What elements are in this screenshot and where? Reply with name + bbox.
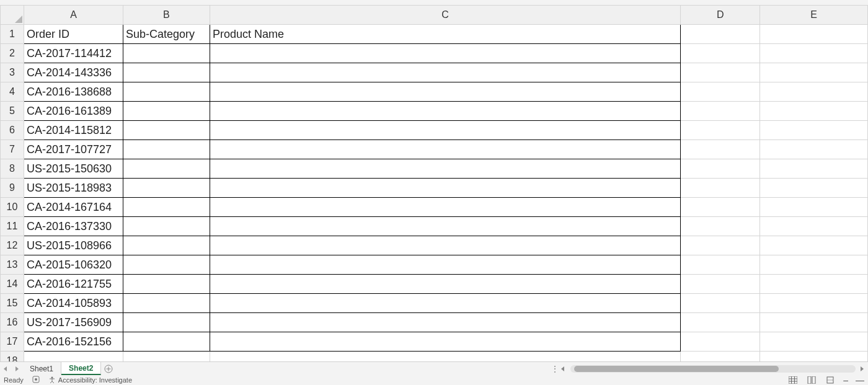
cell-E9[interactable] bbox=[760, 179, 868, 198]
cell-A6[interactable]: CA-2014-115812 bbox=[24, 121, 123, 140]
column-header-A[interactable]: A bbox=[24, 6, 123, 25]
tab-nav-prev[interactable] bbox=[0, 362, 11, 375]
cell-A17[interactable]: CA-2016-152156 bbox=[24, 332, 123, 352]
cell-B16[interactable] bbox=[123, 313, 210, 332]
tab-nav-next[interactable] bbox=[11, 362, 22, 375]
cell-A1[interactable]: Order ID bbox=[24, 25, 123, 44]
cell-A9[interactable]: US-2015-118983 bbox=[24, 179, 123, 198]
zoom-slider[interactable]: — bbox=[856, 376, 864, 384]
cell-C17[interactable] bbox=[210, 332, 680, 352]
cell-C5[interactable] bbox=[210, 102, 680, 121]
cell-C16[interactable] bbox=[210, 313, 680, 332]
row-header-3[interactable]: 3 bbox=[1, 63, 24, 82]
cell-B4[interactable] bbox=[123, 82, 210, 102]
cell-B3[interactable] bbox=[123, 63, 210, 82]
row-header-13[interactable]: 13 bbox=[1, 255, 24, 275]
cell-E8[interactable] bbox=[760, 159, 868, 179]
row-header-1[interactable]: 1 bbox=[1, 25, 24, 44]
sheet-tab-sheet2[interactable]: Sheet2 bbox=[61, 362, 101, 375]
cell-D17[interactable] bbox=[681, 332, 760, 352]
accessibility-icon[interactable] bbox=[48, 376, 56, 384]
cell-C3[interactable] bbox=[210, 63, 680, 82]
cell-A7[interactable]: CA-2017-107727 bbox=[24, 140, 123, 159]
cell-E3[interactable] bbox=[760, 63, 868, 82]
row-header-14[interactable]: 14 bbox=[1, 275, 24, 294]
cell-B1[interactable]: Sub-Category bbox=[123, 25, 210, 44]
tab-strip-drag-handle-icon[interactable]: ⋮ bbox=[551, 364, 558, 374]
zoom-out-button[interactable]: – bbox=[843, 376, 848, 384]
add-sheet-button[interactable] bbox=[101, 362, 116, 375]
cell-D4[interactable] bbox=[681, 82, 760, 102]
cell-C9[interactable] bbox=[210, 179, 680, 198]
cell-B17[interactable] bbox=[123, 332, 210, 352]
cell-C1[interactable]: Product Name bbox=[210, 25, 680, 44]
horizontal-scrollbar-thumb[interactable] bbox=[574, 366, 779, 372]
cell-E12[interactable] bbox=[760, 236, 868, 255]
row-header-11[interactable]: 11 bbox=[1, 217, 24, 236]
cell-C8[interactable] bbox=[210, 159, 680, 179]
cell-A16[interactable]: US-2017-156909 bbox=[24, 313, 123, 332]
column-header-D[interactable]: D bbox=[681, 6, 760, 25]
cell-B8[interactable] bbox=[123, 159, 210, 179]
cell-A2[interactable]: CA-2017-114412 bbox=[24, 44, 123, 63]
row-header-5[interactable]: 5 bbox=[1, 102, 24, 121]
cell-E15[interactable] bbox=[760, 294, 868, 313]
cell-A4[interactable]: CA-2016-138688 bbox=[24, 82, 123, 102]
cell-A15[interactable]: CA-2014-105893 bbox=[24, 294, 123, 313]
cell-D8[interactable] bbox=[681, 159, 760, 179]
cell-C13[interactable] bbox=[210, 255, 680, 275]
cell-E16[interactable] bbox=[760, 313, 868, 332]
horizontal-scrollbar[interactable] bbox=[570, 365, 856, 373]
cell-D16[interactable] bbox=[681, 313, 760, 332]
cell-A13[interactable]: CA-2015-106320 bbox=[24, 255, 123, 275]
cell-D1[interactable] bbox=[681, 25, 760, 44]
select-all-corner[interactable] bbox=[1, 6, 24, 25]
row-header-8[interactable]: 8 bbox=[1, 159, 24, 179]
column-header-B[interactable]: B bbox=[123, 6, 210, 25]
cell-D3[interactable] bbox=[681, 63, 760, 82]
row-header-6[interactable]: 6 bbox=[1, 121, 24, 140]
cell-B7[interactable] bbox=[123, 140, 210, 159]
cell-C15[interactable] bbox=[210, 294, 680, 313]
status-accessibility[interactable]: Accessibility: Investigate bbox=[58, 376, 132, 384]
cell-D12[interactable] bbox=[681, 236, 760, 255]
row-header-15[interactable]: 15 bbox=[1, 294, 24, 313]
cell-E2[interactable] bbox=[760, 44, 868, 63]
scroll-right-icon[interactable] bbox=[859, 366, 864, 371]
macro-record-icon[interactable] bbox=[32, 376, 40, 384]
cell-B2[interactable] bbox=[123, 44, 210, 63]
cell-E4[interactable] bbox=[760, 82, 868, 102]
row-header-12[interactable]: 12 bbox=[1, 236, 24, 255]
cell-B9[interactable] bbox=[123, 179, 210, 198]
row-header-9[interactable]: 9 bbox=[1, 179, 24, 198]
cell-C11[interactable] bbox=[210, 217, 680, 236]
cell-E17[interactable] bbox=[760, 332, 868, 352]
row-header-2[interactable]: 2 bbox=[1, 44, 24, 63]
cell-E6[interactable] bbox=[760, 121, 868, 140]
cell-B13[interactable] bbox=[123, 255, 210, 275]
cell-D10[interactable] bbox=[681, 198, 760, 217]
cell-B10[interactable] bbox=[123, 198, 210, 217]
cell-E1[interactable] bbox=[760, 25, 868, 44]
cell-A14[interactable]: CA-2016-121755 bbox=[24, 275, 123, 294]
row-header-17[interactable]: 17 bbox=[1, 332, 24, 352]
cell-D14[interactable] bbox=[681, 275, 760, 294]
cell-C2[interactable] bbox=[210, 44, 680, 63]
column-header-C[interactable]: C bbox=[210, 6, 680, 25]
cell-A5[interactable]: CA-2016-161389 bbox=[24, 102, 123, 121]
cell-A3[interactable]: CA-2014-143336 bbox=[24, 63, 123, 82]
cell-B11[interactable] bbox=[123, 217, 210, 236]
cell-B6[interactable] bbox=[123, 121, 210, 140]
cell-D9[interactable] bbox=[681, 179, 760, 198]
cell-D11[interactable] bbox=[681, 217, 760, 236]
cell-B14[interactable] bbox=[123, 275, 210, 294]
row-header-4[interactable]: 4 bbox=[1, 82, 24, 102]
cell-C14[interactable] bbox=[210, 275, 680, 294]
sheet-tab-sheet1[interactable]: Sheet1 bbox=[22, 362, 61, 375]
view-page-break-button[interactable] bbox=[825, 376, 836, 384]
cell-C10[interactable] bbox=[210, 198, 680, 217]
spreadsheet-grid[interactable]: ABCDE1Order IDSub-CategoryProduct Name2C… bbox=[0, 5, 868, 360]
row-header-7[interactable]: 7 bbox=[1, 140, 24, 159]
cell-C4[interactable] bbox=[210, 82, 680, 102]
cell-B12[interactable] bbox=[123, 236, 210, 255]
